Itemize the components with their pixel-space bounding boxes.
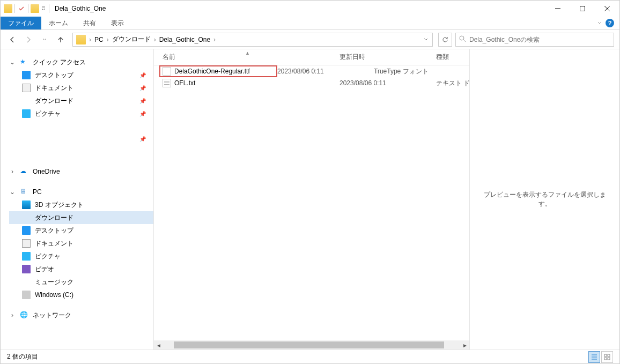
column-date[interactable]: 更新日時 <box>339 53 436 62</box>
file-name: DelaGothicOne-Regular.ttf <box>174 68 250 75</box>
nav-label: クイック アクセス <box>33 58 86 67</box>
chevron-right-icon[interactable]: › <box>9 311 16 319</box>
nav-label: 3D オブジェクト <box>35 200 84 210</box>
recent-dropdown-icon[interactable] <box>38 33 51 46</box>
column-type[interactable]: 種類 <box>436 53 469 62</box>
nav-label: ドキュメント <box>35 84 73 93</box>
nav-label: ビデオ <box>35 265 54 274</box>
help-button[interactable]: ? <box>606 19 614 27</box>
chevron-down-icon[interactable]: ⌄ <box>9 188 16 196</box>
close-button[interactable] <box>595 1 619 17</box>
nav-item[interactable]: ドキュメント📌 <box>9 81 153 94</box>
nav-item[interactable]: ピクチャ <box>9 250 153 263</box>
breadcrumb-segment[interactable]: ダウンロード <box>110 35 153 44</box>
navigation-bar: › PC›ダウンロード›Dela_Gothic_One› <box>1 30 619 49</box>
maximize-button[interactable] <box>570 1 595 17</box>
chevron-right-icon[interactable]: › <box>212 36 217 43</box>
pic-icon <box>22 252 31 261</box>
pc-icon: 🖥 <box>20 188 28 196</box>
file-row[interactable]: DelaGothicOne-Regular.ttf2023/08/06 0:11… <box>154 65 469 77</box>
tab-file[interactable]: ファイル <box>1 17 41 29</box>
back-button[interactable] <box>6 33 19 46</box>
tab-share[interactable]: 共有 <box>76 17 104 29</box>
nav-pc[interactable]: ⌄ 🖥 PC <box>9 185 153 198</box>
desktop-icon <box>22 226 31 235</box>
breadcrumb-segment[interactable]: Dela_Gothic_One <box>157 36 212 43</box>
qat-dropdown-icon[interactable] <box>40 5 47 12</box>
search-input[interactable] <box>469 36 610 43</box>
column-name[interactable]: 名前 <box>163 53 339 62</box>
nav-item[interactable]: デスクトップ <box>9 224 153 237</box>
nav-onedrive[interactable]: › ☁ OneDrive <box>9 165 153 178</box>
pic-icon <box>22 109 31 118</box>
chevron-right-icon[interactable]: › <box>9 168 16 175</box>
nav-quick-access[interactable]: ⌄ ★ クイック アクセス <box>9 56 153 69</box>
svg-point-4 <box>460 36 464 40</box>
nav-item[interactable]: ミュージック <box>9 276 153 288</box>
dl-icon <box>22 96 31 105</box>
nav-item[interactable]: ドキュメント <box>9 237 153 250</box>
nav-item[interactable]: ビデオ <box>9 263 153 276</box>
nav-label: ダウンロード <box>35 213 73 222</box>
nav-item[interactable]: ダウンロード <box>9 211 153 224</box>
video-icon <box>22 265 31 273</box>
folder-icon <box>76 35 86 44</box>
title-bar: Dela_Gothic_One <box>1 1 619 17</box>
pin-icon: 📌 <box>139 72 146 78</box>
obj3d-icon <box>22 200 31 209</box>
nav-item[interactable]: デスクトップ📌 <box>9 69 153 81</box>
up-button[interactable] <box>54 33 67 46</box>
nav-label: デスクトップ <box>35 71 73 80</box>
refresh-button[interactable] <box>438 33 452 47</box>
nav-item[interactable]: ピクチャ📌 <box>9 107 153 120</box>
breadcrumb-segment[interactable]: PC <box>92 36 106 43</box>
nav-item-extra[interactable]: 📌 <box>9 120 153 158</box>
address-dropdown-icon[interactable] <box>420 38 431 42</box>
separator <box>14 4 15 13</box>
svg-rect-12 <box>608 358 610 360</box>
forward-button[interactable] <box>22 33 35 46</box>
doc-icon <box>22 239 31 248</box>
file-date: 2023/08/06 0:11 <box>277 68 374 75</box>
chevron-right-icon[interactable]: › <box>106 36 110 43</box>
file-row[interactable]: OFL.txt2023/08/06 0:11テキスト ドキュメント <box>154 77 469 89</box>
address-bar[interactable]: › PC›ダウンロード›Dela_Gothic_One› <box>72 33 433 47</box>
details-view-button[interactable] <box>588 351 600 363</box>
minimize-button[interactable] <box>545 1 570 17</box>
nav-item[interactable]: Windows (C:) <box>9 288 153 301</box>
status-bar: 2 個の項目 <box>1 350 619 363</box>
horizontal-scrollbar[interactable]: ◂ ▸ <box>154 340 469 350</box>
icons-view-button[interactable] <box>601 351 613 363</box>
ribbon-tabs: ファイル ホーム 共有 表示 ? <box>1 17 619 30</box>
ribbon-expand-icon[interactable] <box>597 19 602 27</box>
window-title: Dela_Gothic_One <box>55 5 106 12</box>
folder-icon <box>4 4 12 13</box>
nav-network[interactable]: › 🌐 ネットワーク <box>9 309 153 322</box>
pin-icon: 📌 <box>139 111 146 117</box>
nav-item[interactable]: ダウンロード📌 <box>9 94 153 107</box>
pin-icon: 📌 <box>139 85 146 91</box>
separator <box>28 4 28 13</box>
file-date: 2023/08/06 0:11 <box>339 79 436 87</box>
font-file-icon <box>163 67 171 76</box>
tab-view[interactable]: 表示 <box>104 17 131 29</box>
music-icon <box>22 278 31 286</box>
nav-item[interactable]: 3D オブジェクト <box>9 198 153 211</box>
tab-home[interactable]: ホーム <box>41 17 76 29</box>
search-box[interactable] <box>455 33 614 47</box>
nav-label: ダウンロード <box>35 96 73 106</box>
scroll-left-button[interactable]: ◂ <box>154 340 163 350</box>
chevron-right-icon[interactable]: › <box>153 36 157 43</box>
disk-icon <box>22 291 31 299</box>
scroll-thumb[interactable] <box>174 341 444 348</box>
chevron-down-icon[interactable]: ⌄ <box>9 58 16 66</box>
properties-icon[interactable] <box>17 4 26 13</box>
nav-label: ミュージック <box>35 278 73 287</box>
svg-line-5 <box>463 40 466 42</box>
chevron-right-icon[interactable]: › <box>88 36 92 43</box>
svg-rect-10 <box>608 354 610 356</box>
nav-label: PC <box>33 188 42 196</box>
scroll-right-button[interactable]: ▸ <box>460 340 469 350</box>
column-headers[interactable]: ▲ 名前 更新日時 種類 <box>154 49 469 65</box>
svg-rect-1 <box>580 6 585 11</box>
